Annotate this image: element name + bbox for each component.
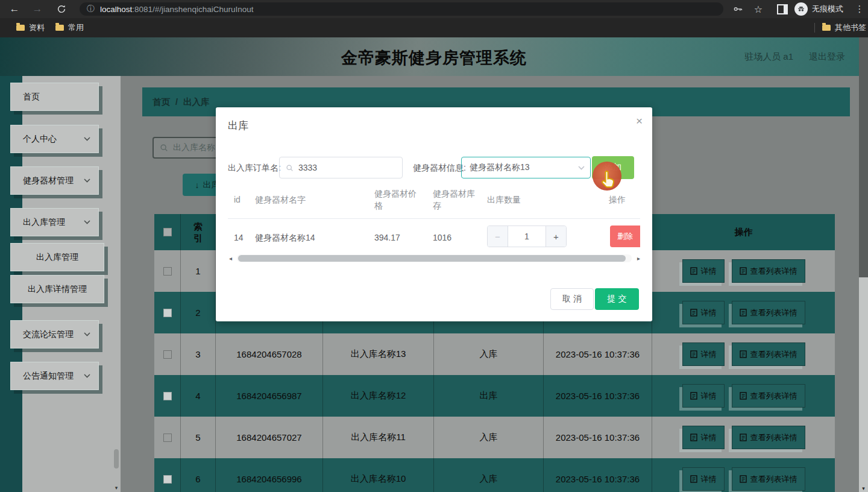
page-scrollbar-thumb[interactable] bbox=[859, 37, 868, 277]
browser-menu-icon[interactable]: ⋮ bbox=[851, 1, 868, 17]
breadcrumb-current: 出入库 bbox=[183, 96, 210, 108]
download-icon: ↓ bbox=[195, 180, 200, 190]
sidebar-item-label: 出入库管理 bbox=[23, 217, 65, 228]
document-icon bbox=[690, 309, 697, 317]
sidebar-item-label: 交流论坛管理 bbox=[23, 329, 74, 340]
side-panel-icon[interactable] bbox=[777, 4, 788, 14]
sidebar-item-5[interactable]: 出入库详情管理 bbox=[10, 275, 104, 303]
equipment-select[interactable]: 健身器材名称13 bbox=[461, 157, 591, 178]
plus-button[interactable]: + bbox=[546, 226, 566, 247]
row-checkbox[interactable] bbox=[163, 350, 172, 359]
table-cell: 4 bbox=[181, 375, 216, 417]
app-root: ← → ⓘ localhost:8081/#/jianshenqichaiChu… bbox=[0, 0, 868, 492]
password-key-icon[interactable] bbox=[729, 1, 746, 17]
button-label: 查看列表详情 bbox=[750, 474, 797, 485]
button-label: 查看列表详情 bbox=[750, 349, 797, 360]
m-cell-stock: 1016 bbox=[433, 232, 451, 244]
row-checkbox[interactable] bbox=[163, 267, 172, 276]
bookmarks-separator bbox=[814, 23, 815, 33]
table-cell: 1684204657027 bbox=[216, 417, 323, 458]
submit-button[interactable]: 提 交 bbox=[595, 288, 639, 310]
button-label: 详情 bbox=[701, 308, 717, 318]
folder-icon bbox=[822, 25, 831, 31]
sidebar-item-1[interactable]: 个人中心 bbox=[10, 125, 99, 153]
scrollbar-thumb[interactable] bbox=[238, 255, 626, 262]
detail-button[interactable]: 详情 bbox=[682, 342, 725, 366]
reload-icon bbox=[57, 4, 66, 14]
sidebar-item-label: 出入库管理 bbox=[36, 252, 78, 263]
sidebar-scroll-down-icon[interactable]: ▾ bbox=[113, 485, 120, 491]
bookmarks-bar: 资料 常用 其他书签 bbox=[0, 18, 868, 37]
detail-button[interactable]: 详情 bbox=[682, 384, 725, 408]
folder-icon bbox=[16, 25, 25, 31]
button-label: 查看列表详情 bbox=[750, 391, 797, 402]
bookmark-star-icon[interactable]: ☆ bbox=[750, 1, 767, 17]
sidebar-item-label: 健身器材管理 bbox=[23, 175, 74, 186]
bookmark-item[interactable]: 常用 bbox=[55, 18, 84, 37]
scroll-left-icon[interactable]: ◂ bbox=[229, 255, 232, 262]
incognito-badge: 无痕模式 bbox=[794, 1, 843, 17]
sidebar-item-4[interactable]: 出入库管理 bbox=[10, 243, 104, 271]
m-header-stock: 健身器材库存 bbox=[433, 188, 479, 212]
close-icon[interactable]: × bbox=[636, 115, 643, 127]
other-bookmarks[interactable]: 其他书签 bbox=[822, 18, 866, 37]
op-cell: 详情查看列表详情 bbox=[652, 250, 835, 292]
sidebar-item-3[interactable]: 出入库管理 bbox=[10, 208, 99, 236]
button-label: 详情 bbox=[701, 474, 717, 485]
browser-back-button[interactable]: ← bbox=[6, 1, 23, 17]
button-label: 查看列表详情 bbox=[750, 432, 797, 443]
row-checkbox[interactable] bbox=[163, 434, 172, 442]
page-scroll-down-icon[interactable]: ▾ bbox=[859, 485, 868, 491]
list-detail-button[interactable]: 查看列表详情 bbox=[732, 384, 805, 408]
chevron-down-icon bbox=[84, 137, 90, 141]
scrollbar-track[interactable] bbox=[237, 254, 632, 262]
document-icon bbox=[690, 434, 697, 441]
row-checkbox[interactable] bbox=[163, 309, 172, 317]
table-cell: 入库 bbox=[434, 458, 544, 492]
sidebar-scrollbar[interactable] bbox=[114, 449, 119, 468]
equipment-select-value: 健身器材名称13 bbox=[470, 162, 530, 173]
table-cell: 1684204657028 bbox=[216, 333, 323, 375]
table-cell: 2023-05-16 10:37:36 bbox=[544, 458, 652, 492]
document-icon bbox=[740, 434, 747, 441]
list-detail-button[interactable]: 查看列表详情 bbox=[732, 342, 805, 366]
order-name-input[interactable]: 3333 bbox=[279, 157, 403, 178]
bookmark-item[interactable]: 资料 bbox=[16, 18, 45, 37]
qty-input[interactable]: 1 bbox=[508, 226, 546, 247]
url-host: localhost bbox=[100, 5, 132, 14]
address-bar[interactable]: ⓘ localhost:8081/#/jianshenqichaiChuruIn… bbox=[80, 2, 723, 16]
page-scrollbar[interactable]: ▾ bbox=[859, 37, 868, 492]
list-detail-button[interactable]: 查看列表详情 bbox=[732, 301, 805, 324]
row-checkbox[interactable] bbox=[163, 475, 172, 484]
select-all-checkbox[interactable] bbox=[163, 228, 172, 236]
sidebar-item-2[interactable]: 健身器材管理 bbox=[10, 166, 99, 195]
scroll-right-icon[interactable]: ▸ bbox=[637, 255, 640, 262]
document-icon bbox=[740, 350, 747, 358]
sidebar-item-0[interactable]: 首页 bbox=[10, 83, 99, 111]
modal-h-scrollbar: ◂ ▸ bbox=[229, 254, 640, 263]
logout-link[interactable]: 退出登录 bbox=[809, 51, 845, 63]
detail-button[interactable]: 详情 bbox=[682, 259, 725, 283]
sidebar-item-7[interactable]: 公告通知管理 bbox=[10, 362, 99, 390]
site-info-icon[interactable]: ⓘ bbox=[87, 4, 95, 14]
row-checkbox[interactable] bbox=[163, 392, 172, 400]
sidebar-item-label: 个人中心 bbox=[23, 134, 57, 145]
op-cell: 详情查看列表详情 bbox=[652, 292, 835, 333]
list-detail-button[interactable]: 查看列表详情 bbox=[732, 259, 805, 283]
detail-button[interactable]: 详情 bbox=[682, 467, 725, 491]
sidebar-item-6[interactable]: 交流论坛管理 bbox=[10, 320, 99, 348]
detail-button[interactable]: 详情 bbox=[682, 426, 725, 449]
list-detail-button[interactable]: 查看列表详情 bbox=[732, 426, 805, 449]
cancel-button[interactable]: 取 消 bbox=[550, 288, 594, 310]
sidebar-item-label: 出入库详情管理 bbox=[28, 284, 87, 295]
breadcrumb-home[interactable]: 首页 bbox=[153, 96, 170, 108]
m-header-price: 健身器材价格 bbox=[374, 188, 420, 212]
delete-button[interactable]: 删除 bbox=[610, 226, 640, 247]
browser-forward-button[interactable]: → bbox=[29, 1, 46, 17]
detail-button[interactable]: 详情 bbox=[682, 301, 725, 324]
table-cell: 2023-05-16 10:37:36 bbox=[544, 333, 652, 375]
browser-chrome: ← → ⓘ localhost:8081/#/jianshenqichaiChu… bbox=[0, 0, 868, 18]
list-detail-button[interactable]: 查看列表详情 bbox=[732, 467, 805, 491]
minus-button[interactable]: − bbox=[488, 226, 508, 247]
browser-reload-button[interactable] bbox=[53, 1, 70, 17]
